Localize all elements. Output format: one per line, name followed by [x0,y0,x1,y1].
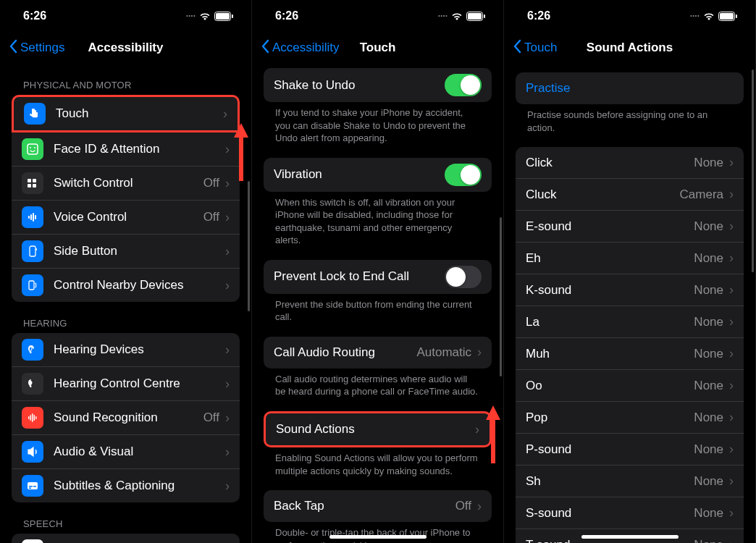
home-indicator[interactable] [329,535,427,539]
svg-rect-7 [28,184,31,188]
chevron-right-icon: › [729,442,734,457]
group-physical-motor: Face ID & Attention › Switch Control Off… [12,132,240,302]
row-audio-visual[interactable]: Audio & Visual › [12,435,240,469]
chevron-right-icon: › [225,244,230,259]
chevron-right-icon: › [225,142,230,157]
chevron-right-icon: › [729,473,734,489]
footer-text: If you tend to shake your iPhone by acci… [264,102,492,158]
row-sound[interactable]: E-soundNone› [516,211,744,243]
footer-text: When this switch is off, all vibration o… [264,192,492,260]
content-scroll[interactable]: Practise Practise sounds before assignin… [504,64,755,543]
row-label: Click [526,156,694,170]
phone-touch: 6:26 ···· Accessibility Touch Shake to U… [252,0,504,543]
chevron-right-icon: › [729,410,734,425]
row-label: Eh [526,251,694,266]
row-subtitles[interactable]: Subtitles & Captioning › [12,469,240,502]
row-faceid[interactable]: Face ID & Attention › [12,132,240,167]
row-hearing-devices[interactable]: Hearing Devices › [12,333,240,367]
svg-rect-12 [33,213,34,222]
svg-rect-14 [30,246,35,256]
row-prevent-lock[interactable]: Prevent Lock to End Call [264,260,492,294]
row-live-speech[interactable]: Live Speech Off › [12,534,240,543]
status-bar: 6:26 ···· [252,0,503,32]
chevron-left-icon [9,39,17,57]
annotation-arrow-icon [484,405,502,463]
svg-rect-18 [30,415,32,421]
status-right: ···· [186,9,234,22]
row-label: Hearing Devices [54,342,225,357]
chevron-right-icon: › [729,251,734,266]
footer-text: Enabling Sound Actions will allow you to… [264,447,492,490]
row-hearing-control-centre[interactable]: Hearing Control Centre › [12,367,240,401]
status-right: ···· [690,9,738,22]
row-label: K-sound [526,283,694,298]
row-side-button[interactable]: Side Button › [12,235,240,269]
group-speech: Live Speech Off › Vocal Shortcuts › [12,534,240,543]
back-button[interactable]: Accessibility [261,39,340,57]
row-call-audio[interactable]: Call Audio Routing Automatic › [264,337,492,369]
toggle-shake-undo[interactable] [445,74,482,96]
row-sound[interactable]: EhNone› [516,243,744,274]
row-label: Vibration [274,167,445,182]
row-vibration[interactable]: Vibration [264,158,492,192]
side-button-icon [22,240,43,262]
row-sound[interactable]: ClickNone› [516,147,744,179]
group-sounds: ClickNone›CluckCamera›E-soundNone›EhNone… [516,147,744,543]
row-value: None [694,411,723,425]
row-back-tap[interactable]: Back Tap Off › [264,490,492,522]
row-shake-to-undo[interactable]: Shake to Undo [264,68,492,102]
toggle-vibration[interactable] [445,164,482,186]
svg-point-5 [34,147,35,148]
svg-rect-20 [34,415,35,421]
svg-rect-6 [28,179,31,182]
chevron-right-icon: › [729,378,734,393]
row-label: Face ID & Attention [54,142,225,156]
row-sound[interactable]: PopNone› [516,402,744,434]
row-sound[interactable]: S-soundNone› [516,497,744,529]
svg-rect-15 [36,248,38,251]
row-sound-recognition[interactable]: Sound Recognition Off › [12,401,240,435]
back-button[interactable]: Touch [513,39,557,57]
row-control-nearby[interactable]: Control Nearby Devices › [12,269,240,302]
row-sound[interactable]: K-soundNone› [516,274,744,306]
annotation-arrow-icon [232,123,250,181]
chevron-right-icon: › [225,342,230,358]
battery-icon [214,9,234,22]
phone-accessibility: 6:26 ···· Settings Accessibility PHYSICA… [0,0,252,543]
row-sound[interactable]: P-soundNone› [516,434,744,466]
row-sound[interactable]: MuhNone› [516,338,744,370]
page-title: Touch [360,41,396,55]
content-scroll[interactable]: PHYSICAL AND MOTOR Touch › Face ID & Att… [0,64,251,543]
row-sound-actions[interactable]: Sound Actions › [266,413,490,445]
chevron-right-icon: › [729,537,734,543]
status-bar: 6:26 ···· [504,0,755,32]
row-label: Sound Actions [276,422,475,437]
row-touch[interactable]: Touch › [14,97,238,130]
row-sound[interactable]: OoNone› [516,370,744,402]
row-label: Side Button [54,244,225,258]
svg-rect-16 [29,281,34,290]
row-switch-control[interactable]: Switch Control Off › [12,167,240,201]
home-indicator[interactable] [581,535,679,539]
scroll-indicator [500,217,502,376]
group-sound-actions-highlighted: Sound Actions › [264,411,492,447]
row-value: None [694,251,723,266]
back-button[interactable]: Settings [9,39,64,57]
row-value: None [694,506,723,521]
chevron-right-icon: › [729,505,734,521]
svg-rect-21 [35,416,37,419]
section-header-hearing: HEARING [12,302,240,333]
practise-button[interactable]: Practise [516,72,744,104]
toggle-prevent-lock[interactable] [445,266,482,288]
row-label: Call Audio Routing [274,345,416,360]
live-speech-icon [22,539,43,543]
chevron-right-icon: › [225,278,230,293]
row-label: Cluck [526,188,680,202]
row-voice-control[interactable]: Voice Control Off › [12,201,240,235]
row-sound[interactable]: ShNone› [516,466,744,497]
row-sound[interactable]: CluckCamera› [516,179,744,211]
row-sound[interactable]: LaNone› [516,306,744,338]
chevron-right-icon: › [729,282,734,298]
chevron-right-icon: › [729,314,734,329]
content-scroll[interactable]: Shake to Undo If you tend to shake your … [252,64,503,543]
